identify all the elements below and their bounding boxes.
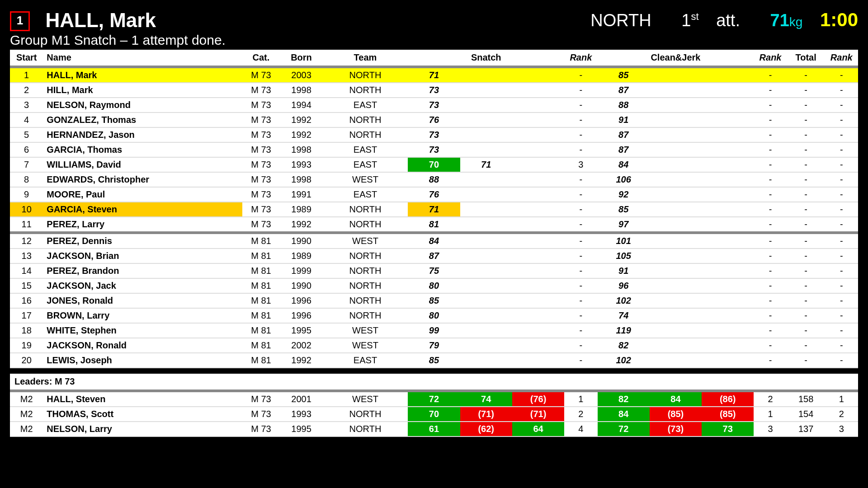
cell-total: -: [787, 172, 825, 187]
lift-cell: 87: [598, 127, 650, 142]
cell-name: HALL, Steven: [43, 392, 242, 407]
cell-total: -: [787, 157, 825, 172]
cell-total-rank: 2: [825, 407, 858, 422]
cell-cj-rank: -: [754, 278, 787, 293]
lift-cell: [702, 233, 754, 249]
lift-cell: 85: [598, 67, 650, 83]
lift-cell: 91: [598, 263, 650, 278]
lift-cell: [512, 127, 564, 142]
cell-born: 1990: [280, 233, 322, 249]
cell-start: M2: [10, 392, 43, 407]
lift-cell: [460, 217, 512, 233]
lift-cell: [512, 172, 564, 187]
lift-cell: 73: [408, 142, 460, 157]
cell-start: 5: [10, 127, 43, 142]
cell-cat: M 73: [242, 157, 280, 172]
header-right: NORTH 1st att. 71kg 1:00: [578, 9, 858, 31]
table-row: 13JACKSON, BrianM 811989NORTH87-105---: [10, 249, 858, 263]
cell-snatch-rank: 2: [564, 407, 597, 422]
lift-cell: 87: [598, 142, 650, 157]
lift-cell: [650, 187, 702, 202]
lift-cell: [702, 113, 754, 127]
cell-team: NORTH: [323, 263, 408, 278]
cell-name: PEREZ, Brandon: [43, 263, 242, 278]
cell-name: HALL, Mark: [43, 67, 242, 83]
lift-cell: 61: [408, 422, 460, 436]
cell-born: 2002: [280, 338, 322, 353]
cell-name: EDWARDS, Christopher: [43, 172, 242, 187]
cell-name: HERNANDEZ, Jason: [43, 127, 242, 142]
table-row: M2NELSON, LarryM 731995NORTH61(62)64472(…: [10, 422, 858, 436]
col-total-rank: Rank: [825, 50, 858, 67]
lift-cell: 85: [598, 202, 650, 217]
lift-cell: [460, 172, 512, 187]
lift-cell: [460, 263, 512, 278]
lift-cell: (85): [650, 407, 702, 422]
cell-born: 1998: [280, 142, 322, 157]
cell-born: 1994: [280, 98, 322, 113]
lift-cell: [460, 187, 512, 202]
col-cat: Cat.: [242, 50, 280, 67]
lift-cell: [702, 338, 754, 353]
lift-cell: [512, 83, 564, 98]
col-team: Team: [323, 50, 408, 67]
lift-cell: 73: [408, 98, 460, 113]
cell-cat: M 81: [242, 233, 280, 249]
cell-total-rank: -: [825, 67, 858, 83]
cell-cj-rank: -: [754, 83, 787, 98]
cell-team: WEST: [323, 172, 408, 187]
cell-snatch-rank: -: [564, 217, 597, 233]
lift-cell: [460, 202, 512, 217]
cell-team: EAST: [323, 157, 408, 172]
table-row: 3NELSON, RaymondM 731994EAST73-88---: [10, 98, 858, 113]
table-row: 16JONES, RonaldM 811996NORTH85-102---: [10, 293, 858, 308]
start-badge: 1: [10, 11, 30, 31]
cell-name: JACKSON, Jack: [43, 278, 242, 293]
table-row: M2THOMAS, ScottM 731993NORTH70(71)(71)28…: [10, 407, 858, 422]
lift-cell: [702, 172, 754, 187]
lift-cell: [702, 127, 754, 142]
cell-cat: M 73: [242, 422, 280, 436]
cell-snatch-rank: -: [564, 278, 597, 293]
lift-cell: [650, 323, 702, 338]
lift-cell: [460, 98, 512, 113]
lift-cell: [512, 157, 564, 172]
cell-team: EAST: [323, 142, 408, 157]
attempt-weight: 71kg: [758, 11, 803, 30]
cell-team: EAST: [323, 353, 408, 368]
lift-cell: 101: [598, 233, 650, 249]
cell-start: 7: [10, 157, 43, 172]
table-row: 5HERNANDEZ, JasonM 731992NORTH73-87---: [10, 127, 858, 142]
lift-cell: 81: [408, 217, 460, 233]
lift-cell: 96: [598, 278, 650, 293]
main-table-panel: Start Name Cat. Born Team Snatch Rank Cl…: [10, 50, 858, 368]
cell-born: 2001: [280, 392, 322, 407]
lift-cell: [702, 157, 754, 172]
lift-cell: [512, 323, 564, 338]
table-row: 11PEREZ, LarryM 731992NORTH81-97---: [10, 217, 858, 233]
cell-start: 4: [10, 113, 43, 127]
cell-total: -: [787, 338, 825, 353]
cell-cat: M 73: [242, 98, 280, 113]
cell-total: -: [787, 187, 825, 202]
cell-cat: M 73: [242, 392, 280, 407]
cell-total-rank: -: [825, 83, 858, 98]
lift-cell: [512, 308, 564, 323]
cell-start: 19: [10, 338, 43, 353]
lift-cell: [702, 323, 754, 338]
clock: 1:00: [820, 9, 858, 30]
cell-name: LEWIS, Joseph: [43, 353, 242, 368]
attempt-number: 1st att.: [669, 11, 740, 30]
cell-born: 1992: [280, 127, 322, 142]
cell-start: M2: [10, 407, 43, 422]
cell-cj-rank: -: [754, 157, 787, 172]
lift-cell: 70: [408, 407, 460, 422]
cell-start: 11: [10, 217, 43, 233]
lift-cell: 79: [408, 338, 460, 353]
cell-cat: M 81: [242, 308, 280, 323]
cell-team: EAST: [323, 98, 408, 113]
table-row: 1HALL, MarkM 732003NORTH71-85---: [10, 67, 858, 83]
cell-born: 1992: [280, 353, 322, 368]
cell-snatch-rank: -: [564, 113, 597, 127]
lift-cell: [650, 142, 702, 157]
